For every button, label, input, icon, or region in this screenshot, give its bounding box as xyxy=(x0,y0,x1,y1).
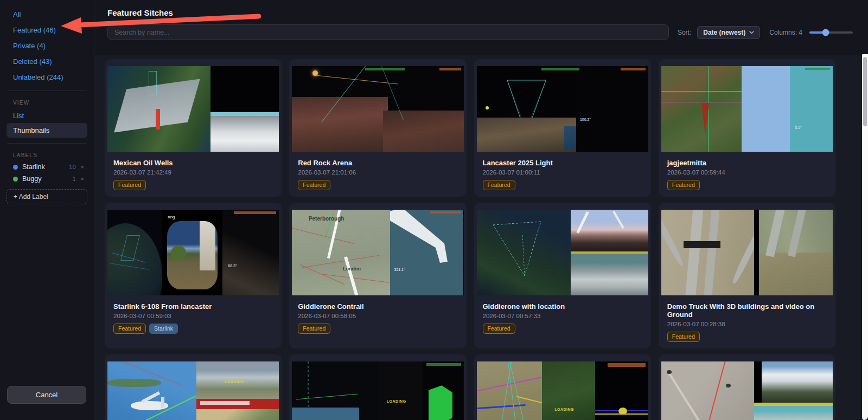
card-title: Giddierone Contrail xyxy=(298,302,457,311)
sidebar-item-list[interactable]: List xyxy=(7,108,87,123)
remove-label-icon[interactable]: × xyxy=(81,164,84,170)
thumbnail-image[interactable]: LOADING xyxy=(292,361,463,420)
thumbnail-image[interactable]: 100.2° xyxy=(477,66,648,152)
card-title: Mexican Oil Wells xyxy=(113,159,273,167)
sitch-card[interactable] xyxy=(659,354,835,420)
thumbnail-image[interactable] xyxy=(107,66,279,152)
label-name: Buggy xyxy=(22,175,41,183)
sidebar-item-unlabeled[interactable]: Unlabeled (244) xyxy=(7,69,87,85)
sort-dropdown[interactable]: Date (newest) xyxy=(697,26,760,39)
label-color-dot xyxy=(13,177,18,182)
sort-label: Sort: xyxy=(678,29,691,36)
thumbnail-image[interactable] xyxy=(661,361,833,420)
card-title: Giddierone with location xyxy=(483,302,642,311)
scrollbar[interactable] xyxy=(862,54,868,420)
add-label-button[interactable]: + Add Label xyxy=(7,189,87,204)
sort-dropdown-value: Date (newest) xyxy=(703,29,745,36)
labels-section-heading: LABELS xyxy=(7,149,87,161)
card-timestamp: 2026-03-07 00:59:44 xyxy=(667,169,827,176)
thumbnail-image[interactable] xyxy=(661,210,833,295)
loading-label: LOADING xyxy=(387,399,406,403)
featured-badge: Featured xyxy=(298,180,330,190)
thumbnail-image[interactable]: 3.1° xyxy=(661,66,833,152)
label-row-buggy[interactable]: Buggy 1 × xyxy=(7,173,87,185)
scrollbar-thumb[interactable] xyxy=(863,57,867,126)
sidebar-item-deleted[interactable]: Deleted (43) xyxy=(7,54,87,69)
bearing-overlay: 3.1° xyxy=(795,126,802,130)
sidebar-item-private[interactable]: Private (4) xyxy=(7,38,87,54)
card-title: Demo Truck With 3D buildings and video o… xyxy=(667,302,827,319)
chevron-down-icon xyxy=(749,31,754,34)
featured-badge: Featured xyxy=(667,180,700,190)
label-color-dot xyxy=(13,165,18,170)
cancel-button[interactable]: Cancel xyxy=(7,386,86,404)
label-count: 1 xyxy=(72,176,75,182)
sidebar-item-thumbnails[interactable]: Thumbnails xyxy=(7,123,87,138)
sitch-card[interactable]: ring 88.3° Starlink 6-108 From lancaster… xyxy=(105,203,282,348)
sidebar-divider xyxy=(8,143,86,144)
sitch-grid-container: Mexican Oil Wells 2026-03-07 21:42:49 Fe… xyxy=(94,55,868,420)
loading-label: LOADING xyxy=(554,408,574,411)
remove-label-icon[interactable]: × xyxy=(81,176,84,182)
card-title: Red Rock Arena xyxy=(298,159,457,167)
loading-label: LOADING xyxy=(225,380,244,384)
columns-slider-thumb[interactable] xyxy=(822,29,829,36)
featured-badge: Featured xyxy=(483,180,515,190)
sitch-card[interactable]: 100.2° Lancaster 2025 Light 2026-03-07 0… xyxy=(474,59,651,197)
featured-badge: Featured xyxy=(113,180,146,190)
page-title: Featured Sitches xyxy=(94,0,868,17)
bearing-overlay: 88.3° xyxy=(228,264,237,268)
bearing-overlay: 100.2° xyxy=(580,118,591,121)
card-timestamp: 2026-03-07 21:42:49 xyxy=(113,169,273,176)
sitch-card[interactable]: LOADING xyxy=(474,354,651,420)
sitch-card[interactable]: 3.1° jagjeetmitta 2026-03-07 00:59:44 Fe… xyxy=(659,59,835,197)
label-row-starlink[interactable]: Starlink 10 × xyxy=(7,161,87,173)
card-timestamp: 2026-03-07 21:01:06 xyxy=(298,169,457,176)
ring-label: ring xyxy=(168,215,175,219)
sitch-card[interactable]: Red Rock Arena 2026-03-07 21:01:06 Featu… xyxy=(289,59,466,197)
thumbnail-image[interactable] xyxy=(292,66,463,152)
thumbnail-image[interactable] xyxy=(477,210,648,295)
featured-badge: Featured xyxy=(483,324,515,334)
thumbnail-image[interactable]: LOADING xyxy=(107,361,279,420)
toolbar: Sort: Date (newest) Columns: 4 xyxy=(94,17,868,48)
featured-badge: Featured xyxy=(667,332,700,342)
search-input[interactable] xyxy=(107,24,669,40)
sitch-card[interactable]: LOADING xyxy=(289,354,466,420)
label-name: Starlink xyxy=(22,163,45,171)
starlink-badge: Starlink xyxy=(149,324,178,334)
sitch-grid: Mexican Oil Wells 2026-03-07 21:42:49 Fe… xyxy=(94,55,868,420)
thumbnail-image[interactable]: ring 88.3° xyxy=(107,210,279,295)
sitch-card[interactable]: Giddierone with location 2026-03-07 00:5… xyxy=(474,203,651,348)
thumbnail-image[interactable]: LOADING xyxy=(477,361,648,420)
columns-label: Columns: 4 xyxy=(769,29,802,36)
card-timestamp: 2026-03-07 00:59:03 xyxy=(113,313,273,319)
sidebar-item-all[interactable]: All xyxy=(7,7,87,22)
featured-badge: Featured xyxy=(113,324,146,334)
sitch-card[interactable]: LOADING xyxy=(105,354,282,420)
sidebar-divider xyxy=(8,91,86,91)
sitch-card[interactable]: Mexican Oil Wells 2026-03-07 21:42:49 Fe… xyxy=(105,59,282,197)
card-timestamp: 2026-03-07 00:58:05 xyxy=(298,313,457,319)
sitch-card[interactable]: Peterborough London xyxy=(289,203,466,348)
sidebar-item-featured[interactable]: Featured (46) xyxy=(7,22,87,38)
view-section-heading: VIEW xyxy=(7,96,87,108)
featured-badge: Featured xyxy=(298,324,330,334)
card-title: Starlink 6-108 From lancaster xyxy=(113,302,273,311)
sitch-card[interactable]: Demo Truck With 3D buildings and video o… xyxy=(659,203,835,348)
card-title: Lancaster 2025 Light xyxy=(483,159,642,167)
card-timestamp: 2026-03-07 01:00:11 xyxy=(483,169,642,176)
card-timestamp: 2026-03-07 00:28:38 xyxy=(667,321,827,327)
map-city-label: Peterborough xyxy=(309,216,344,222)
bearing-overlay: 351.1° xyxy=(394,268,405,272)
card-title: jagjeetmitta xyxy=(667,159,827,167)
columns-slider[interactable] xyxy=(809,31,853,34)
sidebar: All Featured (46) Private (4) Deleted (4… xyxy=(0,0,94,420)
main-panel: Featured Sitches Sort: Date (newest) Col… xyxy=(94,0,868,420)
map-city-label: London xyxy=(343,266,361,272)
label-count: 10 xyxy=(69,164,75,170)
thumbnail-image[interactable]: Peterborough London xyxy=(292,210,463,295)
card-timestamp: 2026-03-07 00:57:33 xyxy=(483,313,642,319)
